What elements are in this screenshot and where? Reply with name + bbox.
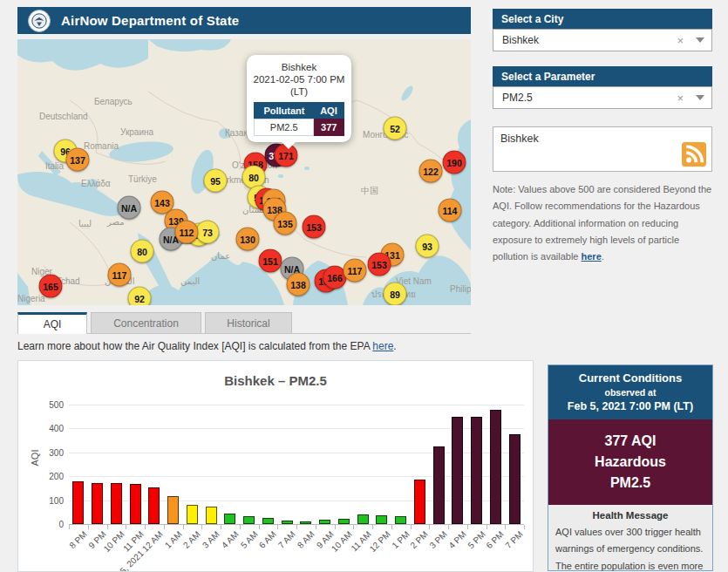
chart-x-tick-label: 3 PM [428, 529, 449, 550]
chart-bar[interactable] [452, 417, 463, 524]
chart-y-tick-label: 200 [29, 472, 64, 481]
aqi-marker[interactable]: 52 [384, 117, 407, 140]
aqi-marker[interactable]: 117 [108, 263, 132, 287]
city-clear-icon[interactable]: × [677, 34, 684, 47]
aqi-marker[interactable]: 165 [39, 275, 63, 298]
popup-col-pollutant: Pollutant [255, 103, 314, 119]
aqi-marker[interactable]: 114 [439, 199, 462, 222]
parameter-select-value: PM2.5 [502, 92, 533, 104]
aqi-marker[interactable]: 92 [128, 287, 152, 306]
aqi-marker[interactable]: 153 [303, 215, 326, 239]
chart-bar[interactable] [319, 520, 330, 524]
chart-bar[interactable] [92, 483, 103, 524]
city-caret-icon[interactable] [696, 37, 704, 47]
chart-x-tick-label: 6 PM [485, 529, 506, 550]
chart-bar[interactable] [433, 446, 445, 524]
conditions-observed-at: observed at [552, 387, 709, 398]
chart-x-tick-mark [201, 525, 202, 529]
health-message-block: Health Message AQI values over 300 trigg… [548, 505, 712, 572]
aqi-marker[interactable]: 190 [443, 151, 466, 174]
chart-bar[interactable] [509, 434, 520, 524]
conditions-aqi-value: 377 AQI [552, 431, 709, 452]
parameter-clear-icon[interactable]: × [677, 92, 684, 105]
parameter-select[interactable]: PM2.5 × [493, 86, 712, 109]
chart-gridline [69, 405, 524, 405]
current-conditions-panel: Current Conditions observed at Feb 5, 20… [548, 364, 713, 571]
chart-x-tick-mark [391, 525, 392, 529]
chart-plot-area: 01002003004005008 PM9 PM10 PM11 PMFeb 05… [69, 405, 524, 524]
chart-bar[interactable] [224, 514, 235, 524]
note-link[interactable]: here [582, 251, 602, 262]
rss-feed-box: Bishkek [493, 126, 712, 172]
learn-more-link[interactable]: here [372, 340, 393, 352]
chart-bar[interactable] [471, 417, 482, 524]
aqi-marker[interactable]: 138 [287, 273, 310, 296]
aqi-marker[interactable]: 73 [196, 221, 220, 244]
tab-historical[interactable]: Historical [205, 312, 292, 333]
aqi-marker[interactable]: 135 [274, 212, 297, 235]
chart-bar[interactable] [111, 483, 122, 524]
rss-city-label: Bishkek [500, 133, 539, 145]
rss-icon[interactable] [682, 142, 706, 167]
chart-x-tick-mark [429, 525, 430, 529]
chart-bar[interactable] [243, 516, 255, 524]
parameter-caret-icon[interactable] [696, 95, 704, 105]
chart-bar[interactable] [72, 481, 84, 524]
chart-bar[interactable] [357, 514, 369, 524]
conditions-datetime: Feb 5, 2021 7:00 PM (LT) [552, 400, 709, 412]
chart-y-tick-label: 100 [29, 495, 64, 505]
chart-bar[interactable] [206, 507, 217, 524]
chart-bar[interactable] [338, 519, 350, 524]
map-country-label: Romania [84, 141, 119, 151]
chart-bar[interactable] [414, 480, 425, 525]
popup-col-aqi: AQI [314, 103, 344, 119]
learn-more-after: . [393, 340, 396, 352]
chart-x-tick-mark [221, 525, 221, 529]
aqi-marker[interactable]: 93 [416, 235, 439, 258]
aqi-marker[interactable]: 89 [384, 283, 407, 306]
chart-bar[interactable] [282, 521, 293, 524]
chart-x-tick-label: 6 AM [257, 529, 278, 550]
aqi-marker[interactable]: 117 [344, 259, 367, 283]
aqi-marker[interactable]: 112 [175, 221, 199, 244]
tab-aqi[interactable]: AQI [17, 312, 87, 334]
chart-x-tick-mark [126, 525, 126, 529]
chart-x-tick-label: 3 AM [201, 529, 221, 550]
chart-x-tick-label: 2 PM [409, 529, 430, 550]
aqi-map[interactable]: DeutschlandБеларусьУкраинаRomaniaItaliaΕ… [17, 39, 471, 305]
chart-x-tick-mark [183, 525, 184, 529]
chart-bar[interactable] [300, 521, 311, 524]
map-country-label: عمان [211, 251, 230, 261]
chart-bar[interactable] [187, 505, 198, 524]
popup-datetime: 2021-02-05 7:00 PM [251, 73, 347, 85]
chart-bar[interactable] [130, 484, 141, 524]
chart-x-tick-label: 8 AM [296, 529, 316, 550]
chart-bar[interactable] [376, 515, 387, 524]
aqi-marker[interactable]: 151 [259, 249, 282, 273]
aqi-marker[interactable]: 95 [204, 169, 228, 193]
conditions-title: Current Conditions [552, 371, 709, 385]
aqi-marker[interactable]: 80 [131, 240, 154, 263]
chart-bar[interactable] [262, 518, 274, 524]
app-header: AirNow Department of State [17, 7, 471, 34]
aqi-marker[interactable]: 122 [419, 160, 443, 183]
chart-x-tick-label: 7 PM [504, 529, 525, 550]
chart-x-tick-mark [88, 525, 89, 529]
chart-x-tick-label: 5 PM [466, 529, 486, 550]
chart-bar[interactable] [167, 496, 179, 524]
aqi-marker[interactable]: 137 [66, 148, 90, 172]
aqi-marker[interactable]: N/A [118, 196, 141, 220]
chart-x-tick-mark [524, 525, 525, 529]
chart-bar[interactable] [490, 410, 501, 524]
aqi-marker[interactable]: 153 [368, 253, 391, 276]
chart-x-tick-label: 1 PM [390, 529, 411, 550]
map-country-label: 中国 [361, 185, 378, 197]
chart-x-tick-label: 1 AM [163, 529, 184, 550]
map-country-label: Ελλάδα [81, 179, 111, 188]
tab-concentration[interactable]: Concentration [91, 312, 201, 333]
aqi-marker[interactable]: 130 [236, 228, 260, 251]
chart-bar[interactable] [395, 516, 406, 524]
city-select[interactable]: Bishkek × [493, 29, 712, 51]
chart-x-tick-mark [411, 525, 412, 529]
chart-bar[interactable] [148, 487, 160, 524]
